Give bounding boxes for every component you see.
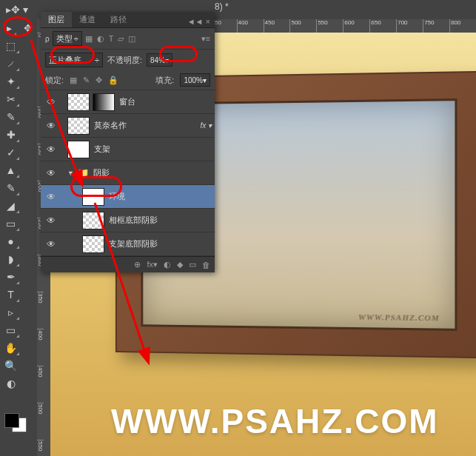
tab-paths[interactable]: 路径 xyxy=(103,12,134,27)
lock-paint-icon[interactable]: ✎ xyxy=(83,76,90,85)
watermark-small: WWW.PSAHZ.COM xyxy=(358,312,440,322)
blend-mode-dropdown[interactable]: 正片叠底÷ xyxy=(45,53,103,67)
layer-name: 支架底部阴影 xyxy=(109,238,215,249)
layer-thumb xyxy=(82,235,104,253)
filter-pixel-icon[interactable]: ▦ xyxy=(85,34,93,44)
heal-tool[interactable]: ✚ xyxy=(1,127,20,143)
opacity-value[interactable]: 84% ▾ xyxy=(147,53,172,67)
folder-icon: 📁 xyxy=(77,167,89,178)
lock-all-icon[interactable]: 🔒 xyxy=(108,76,118,85)
fill-label: 填充: xyxy=(155,75,174,86)
visibility-icon[interactable]: 👁 xyxy=(44,192,58,202)
eraser-tool[interactable]: ◢ xyxy=(1,198,20,214)
visibility-icon[interactable]: 👁 xyxy=(44,215,58,226)
layer-row[interactable]: 👁支架底部阴影 xyxy=(41,232,215,256)
pen-tool[interactable]: ✒ xyxy=(1,269,20,285)
brush-tool[interactable]: ✓ xyxy=(1,144,20,161)
wand-tool[interactable]: ✦ xyxy=(1,73,20,90)
visibility-icon[interactable]: 👁 xyxy=(44,239,58,249)
fill-value[interactable]: 100% ▾ xyxy=(180,73,210,87)
layer-row[interactable]: 👁相框底部阴影 xyxy=(41,209,215,232)
filter-shape-icon[interactable]: ▱ xyxy=(118,34,124,44)
gradient-tool[interactable]: ▭ xyxy=(1,215,20,232)
layers-panel: 图层 通道 路径 ◄◄ × ρ 类型 ÷ ▦ ◐ T ▱ ◫ ▾≡ 正片叠底÷ … xyxy=(41,12,215,272)
layer-row[interactable]: 👁莫奈名作fx ▾ xyxy=(41,114,215,138)
type-tool[interactable]: T xyxy=(1,286,20,303)
tools-toolbar: ▸✥ ⬚ ⟋ ✦ ✂ ✎ ✚ ✓ ▲ ✎ ◢ ▭ ● ◗ ✒ T ▹ ▭ ✋ 🔍… xyxy=(0,0,37,456)
layer-row[interactable]: 👁环境 xyxy=(41,185,215,209)
layer-name: 相框底部阴影 xyxy=(109,215,215,226)
marquee-tool[interactable]: ⬚ xyxy=(1,38,20,54)
tool-aux[interactable]: ✥ xyxy=(20,20,36,36)
filter-adjust-icon[interactable]: ◐ xyxy=(97,34,104,44)
path-tool[interactable]: ▹ xyxy=(1,304,20,321)
visibility-icon[interactable]: 👁 xyxy=(44,97,58,107)
layer-thumb xyxy=(67,93,90,111)
layer-name: 支架 xyxy=(94,144,215,155)
layer-row[interactable]: 👁窗台 xyxy=(41,90,215,114)
layers-list: 👁窗台👁莫奈名作fx ▾👁支架👁▼📁阴影👁环境👁相框底部阴影👁支架底部阴影 xyxy=(41,90,215,256)
layer-name: 窗台 xyxy=(119,96,215,107)
watermark-big: WWW.PSAHZ.COM xyxy=(111,401,439,441)
layer-thumb xyxy=(82,212,104,229)
layer-thumb xyxy=(82,188,104,206)
mask-icon[interactable]: ◐ xyxy=(164,260,171,269)
shape-tool[interactable]: ▭ xyxy=(1,322,20,338)
filter-type-dropdown[interactable]: 类型 ÷ xyxy=(53,31,82,46)
document-tab[interactable]: 8) * xyxy=(215,1,229,12)
zoom-tool[interactable]: 🔍 xyxy=(1,358,20,374)
filter-type-icon[interactable]: T xyxy=(109,34,114,44)
adjustment-icon[interactable]: ◆ xyxy=(177,260,183,269)
filter-smart-icon[interactable]: ◫ xyxy=(128,34,135,44)
crop-tool[interactable]: ✂ xyxy=(1,91,20,107)
layer-name: 环境 xyxy=(109,191,215,202)
layer-row[interactable]: 👁支架 xyxy=(41,138,215,161)
lock-pos-icon[interactable]: ✥ xyxy=(95,76,102,85)
visibility-icon[interactable]: 👁 xyxy=(44,168,58,178)
trash-icon[interactable]: 🗑 xyxy=(202,261,210,269)
layer-thumb xyxy=(67,117,90,135)
blur-tool[interactable]: ● xyxy=(1,233,20,249)
eyedrop-tool[interactable]: ✎ xyxy=(1,109,20,125)
fx-icon[interactable]: fx▾ xyxy=(147,260,158,269)
new-layer-icon[interactable]: ▭ xyxy=(189,260,196,269)
opacity-label: 不透明度: xyxy=(107,55,142,66)
layer-thumb xyxy=(67,141,90,158)
color-swatch[interactable] xyxy=(3,412,28,434)
panel-menu-icon[interactable]: ▾≡ xyxy=(201,34,210,44)
layer-name: 莫奈名作 xyxy=(94,120,200,131)
history-brush-tool[interactable]: ✎ xyxy=(1,180,20,196)
fg-color[interactable] xyxy=(4,413,19,428)
hand-tool[interactable]: ✋ xyxy=(1,340,20,356)
visibility-icon[interactable]: 👁 xyxy=(44,144,58,155)
layer-fx-icon[interactable]: fx ▾ xyxy=(200,121,212,130)
move-tool-options-icon: ▸✥ ▾ xyxy=(6,4,28,16)
layer-name: 阴影 xyxy=(93,167,215,178)
panel-footer: ⊕ fx▾ ◐ ◆ ▭ 🗑 xyxy=(41,256,215,272)
group-arrow-icon[interactable]: ▼ xyxy=(67,170,74,177)
move-tool[interactable]: ▸ xyxy=(1,20,17,36)
tab-channels[interactable]: 通道 xyxy=(72,12,103,27)
lock-trans-icon[interactable]: ▦ xyxy=(70,76,77,85)
lock-label: 锁定: xyxy=(45,75,64,86)
lasso-tool[interactable]: ⟋ xyxy=(1,56,20,72)
color-toggle[interactable]: ◐ xyxy=(1,375,20,392)
panel-collapse-icon[interactable]: ◄◄ × xyxy=(183,16,215,27)
visibility-icon[interactable]: 👁 xyxy=(44,121,58,131)
layer-mask-thumb xyxy=(93,93,115,111)
layer-row[interactable]: 👁▼📁阴影 xyxy=(41,161,215,185)
stamp-tool[interactable]: ▲ xyxy=(1,162,20,178)
dodge-tool[interactable]: ◗ xyxy=(1,251,20,267)
tab-layers[interactable]: 图层 xyxy=(41,12,72,27)
link-layers-icon[interactable]: ⊕ xyxy=(134,260,141,269)
